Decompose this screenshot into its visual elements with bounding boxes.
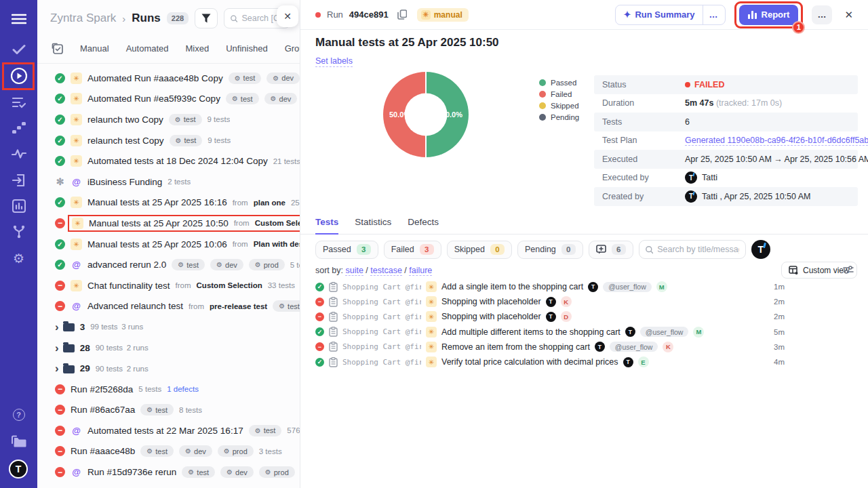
shared-steps-icon[interactable] [0, 224, 37, 240]
run-list-item[interactable]: ✓✳Automated Run #aaace48b Copy⚙test⚙dev⚙… [37, 68, 300, 89]
run-list-item[interactable]: › 3 99 tests 3 runs [37, 317, 300, 338]
runs-tab-manual[interactable]: Manual [80, 43, 109, 54]
assignee-avatar[interactable]: T [751, 240, 770, 259]
tag-badge[interactable]: ⚙test [182, 466, 215, 478]
settings-gear-icon[interactable]: ⚙ [0, 250, 37, 266]
tag-badge[interactable]: ⚙test [226, 93, 259, 104]
report-button[interactable]: Report [739, 5, 799, 25]
run-list-item[interactable]: −✳Chat functinality testfromCustom Selec… [37, 275, 300, 296]
run-list-item[interactable]: › 29 90 tests 2 runs [37, 358, 300, 379]
help-icon[interactable]: ? [0, 407, 37, 423]
runs-tab-groups[interactable]: Groups [285, 43, 300, 54]
tag-badge[interactable]: ⚙test [170, 135, 203, 146]
test-plan-link[interactable]: Generated 1190e08b-ca96-4f26-b10f-d6dc6f… [685, 136, 868, 146]
run-list-item[interactable]: −Run #aaace48b⚙test⚙dev⚙prod3 tests [37, 441, 300, 462]
test-title[interactable]: Shopping with placeholder [441, 297, 541, 306]
tag-badge[interactable]: ⚙test [140, 445, 174, 457]
chip-pending[interactable]: Pending0 [517, 241, 583, 259]
run-list-item[interactable]: › 28 90 tests 2 runs [37, 338, 300, 359]
runs-tab-automated[interactable]: Automated [126, 43, 169, 54]
close-panel-button[interactable]: ✕ [277, 5, 298, 27]
chip-failed[interactable]: Failed3 [384, 241, 441, 259]
view-settings-icon[interactable] [843, 265, 854, 274]
tab-tests[interactable]: Tests [315, 217, 338, 235]
sidebar-user-avatar[interactable]: T [9, 460, 28, 479]
sort-suite-link[interactable]: suite [345, 266, 363, 276]
more-actions-button[interactable]: … [812, 5, 832, 24]
test-title[interactable]: Shopping with placeholder [441, 312, 541, 321]
run-list-item[interactable]: ✓✳Automated tests at 18 Dec 2024 12:04 C… [37, 150, 300, 171]
chip-skipped[interactable]: Skipped0 [447, 241, 512, 259]
tag-badge[interactable]: ⚙test [273, 300, 300, 312]
tag-badge[interactable]: ⚙test [249, 425, 282, 436]
import-icon[interactable] [0, 172, 37, 188]
run-list-item[interactable]: −@Run #15d9736e rerun⚙test⚙dev⚙prod5 tes… [37, 462, 300, 483]
set-labels-link[interactable]: Set labels [315, 56, 353, 67]
filter-button[interactable] [195, 8, 218, 28]
test-result-row[interactable]: ✓ Shopping Cart @fir... ✳ Add a single i… [315, 279, 785, 294]
test-tag[interactable]: @user_flow [603, 282, 652, 292]
tab-defects[interactable]: Defects [408, 217, 439, 234]
run-list-item[interactable]: ✓✳Manual tests at 25 Apr 2025 16:16fromp… [37, 192, 300, 214]
runs-tab-unfinished[interactable]: Unfinished [226, 43, 267, 54]
check-icon[interactable] [0, 41, 37, 58]
select-all-icon[interactable] [52, 43, 63, 54]
activity-icon[interactable] [0, 146, 37, 162]
steps-icon[interactable] [0, 120, 37, 136]
chip-passed[interactable]: Passed3 [315, 241, 378, 259]
run-summary-button[interactable]: ✦ Run Summary [616, 5, 702, 24]
tests-search[interactable] [639, 240, 746, 259]
copy-icon[interactable] [397, 9, 407, 20]
sort-failure-link[interactable]: failure [409, 266, 432, 276]
run-list-item[interactable]: ✓✳relaunch two Copy⚙test9 tests [37, 109, 300, 130]
defects-link[interactable]: 1 defects [167, 385, 199, 393]
reports-icon[interactable] [0, 198, 37, 214]
run-list-item[interactable]: −Run #86ac67aa⚙test8 tests [37, 400, 300, 421]
chevron-right-icon[interactable]: › [55, 321, 59, 333]
test-result-row[interactable]: ✓ Shopping Cart @fir... ✳ Add multiple d… [315, 325, 785, 340]
tag-badge[interactable]: ⚙dev [220, 466, 254, 478]
run-list-item[interactable]: ✓✳relaunch test Copy⚙test9 tests [37, 130, 300, 151]
test-result-row[interactable]: ✓ Shopping Cart @fir... ✳ Verify total p… [315, 354, 785, 369]
menu-icon[interactable] [0, 11, 37, 27]
tag-badge[interactable]: ⚙dev [210, 259, 243, 270]
test-tag[interactable]: @user_flow [610, 342, 658, 352]
breadcrumb-app[interactable]: Zyntra Spark [50, 12, 116, 25]
tag-badge[interactable]: ⚙prod [218, 445, 254, 457]
run-list-item[interactable]: ✓✳Manual tests at 25 Apr 2025 10:06fromP… [37, 234, 300, 255]
runs-play-icon[interactable] [0, 68, 37, 84]
chip-comments[interactable]: 6 [589, 241, 633, 259]
test-cases-icon[interactable] [0, 94, 37, 110]
test-tag[interactable]: @user_flow [640, 327, 689, 337]
tag-badge[interactable]: ⚙test [140, 404, 174, 415]
chevron-right-icon[interactable]: › [55, 363, 59, 374]
run-list-item[interactable]: ✓✳Automated Run #ea5f939c Copy⚙test⚙dev⚙… [37, 89, 300, 110]
close-detail-button[interactable]: ✕ [840, 6, 857, 24]
test-title[interactable]: Add a single item to the shopping cart [441, 282, 583, 291]
test-title[interactable]: Add multiple different items to the shop… [441, 327, 620, 337]
tab-statistics[interactable]: Statistics [355, 217, 391, 234]
test-title[interactable]: Remove an item from the shopping cart [441, 342, 590, 352]
run-list-item[interactable]: −✳Manual tests at 25 Apr 2025 10:50fromC… [37, 213, 300, 234]
run-list-item[interactable]: −@Automated tests at 22 Mar 2025 16:17⚙t… [37, 420, 300, 441]
run-list-item[interactable]: ✓@advanced rerun 2.0⚙test⚙dev⚙prod5 test… [37, 254, 300, 275]
sort-testcase-link[interactable]: testcase [370, 266, 402, 276]
tag-badge[interactable]: ⚙dev [264, 93, 298, 104]
projects-folder-icon[interactable] [0, 433, 37, 449]
runs-tab-mixed[interactable]: Mixed [186, 43, 210, 54]
run-list-item[interactable]: ✻@iBusiness Funding2 tests [37, 171, 300, 192]
tag-badge[interactable]: ⚙prod [259, 466, 295, 478]
test-result-row[interactable]: − Shopping Cart @fir... ✳ Shopping with … [315, 309, 785, 324]
tests-search-input[interactable] [657, 245, 739, 254]
chevron-right-icon[interactable]: › [55, 342, 59, 354]
tag-badge[interactable]: ⚙dev [267, 73, 300, 84]
run-list-item[interactable]: −Run #2f5268da5 tests1 defects [37, 379, 300, 400]
tag-badge[interactable]: ⚙dev [179, 445, 212, 457]
tag-badge[interactable]: ⚙test [229, 73, 262, 84]
run-list-item[interactable]: −@Advanced relaunch testfrompre-release … [37, 296, 300, 317]
tag-badge[interactable]: ⚙prod [249, 259, 285, 270]
run-summary-more-button[interactable]: … [703, 5, 725, 24]
tag-badge[interactable]: ⚙test [172, 259, 205, 270]
test-result-row[interactable]: − Shopping Cart @fir... ✳ Remove an item… [315, 340, 785, 354]
tag-badge[interactable]: ⚙test [169, 114, 202, 125]
